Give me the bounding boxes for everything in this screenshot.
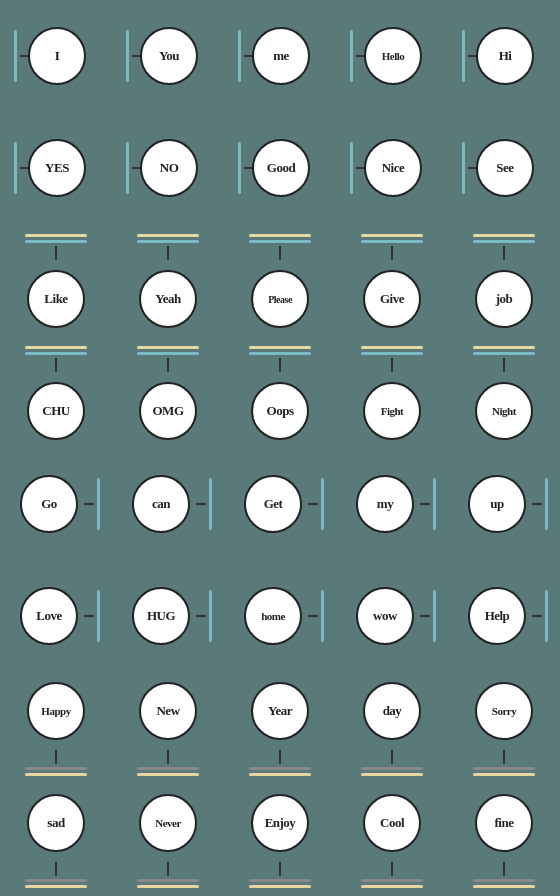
bubble-label: Good [267, 160, 295, 176]
bubble-label: me [273, 48, 289, 64]
list-item[interactable]: home [224, 560, 336, 672]
bubble-label: Yeah [155, 291, 180, 307]
list-item[interactable]: Hello [336, 0, 448, 112]
list-item[interactable]: Never [112, 784, 224, 896]
list-item[interactable]: OMG [112, 336, 224, 448]
bubble-label: Enjoy [265, 815, 296, 831]
bubble-label: Oops [267, 403, 294, 419]
list-item[interactable]: Good [224, 112, 336, 224]
bubble-label: Year [268, 703, 292, 719]
list-item[interactable]: fine [448, 784, 560, 896]
list-item[interactable]: Hi [448, 0, 560, 112]
list-item[interactable]: wow [336, 560, 448, 672]
bubble-label: Help [485, 608, 510, 624]
bubble-label: CHU [42, 403, 69, 419]
list-item[interactable]: Sorry [448, 672, 560, 784]
list-item[interactable]: me [224, 0, 336, 112]
bubble-label: OMG [153, 403, 184, 419]
bubble-label: Night [492, 405, 516, 417]
bubble-label: job [496, 291, 513, 307]
bubble-label: Never [155, 817, 181, 829]
bubble-label: Please [268, 294, 292, 305]
bubble-label: wow [373, 608, 397, 624]
list-item[interactable]: YES [0, 112, 112, 224]
list-item[interactable]: up [448, 448, 560, 560]
list-item[interactable]: Night [448, 336, 560, 448]
bubble-label: You [159, 48, 179, 64]
bubble-label: Happy [41, 705, 70, 717]
bubble-label: fine [495, 815, 514, 831]
list-item[interactable]: Fight [336, 336, 448, 448]
bubble-label: my [377, 496, 393, 512]
list-item[interactable]: Year [224, 672, 336, 784]
bubble-label: NO [160, 160, 179, 176]
bubble-label: Nice [382, 160, 405, 176]
bubble-label: New [156, 703, 179, 719]
bubble-label: Fight [381, 405, 404, 417]
list-item[interactable]: You [112, 0, 224, 112]
list-item[interactable]: Cool [336, 784, 448, 896]
bubble-label: Go [41, 496, 57, 512]
bubble-label: See [496, 160, 513, 176]
list-item[interactable]: Enjoy [224, 784, 336, 896]
list-item[interactable]: CHU [0, 336, 112, 448]
list-item[interactable]: Get [224, 448, 336, 560]
list-item[interactable]: Please [224, 224, 336, 336]
bubble-label: up [490, 496, 503, 512]
bubble-label: can [152, 496, 170, 512]
bubble-label: day [383, 703, 402, 719]
bubble-label: Hello [382, 50, 405, 62]
list-item[interactable]: Happy [0, 672, 112, 784]
list-item[interactable]: Nice [336, 112, 448, 224]
list-item[interactable]: HUG [112, 560, 224, 672]
list-item[interactable]: Oops [224, 336, 336, 448]
list-item[interactable]: Like [0, 224, 112, 336]
list-item[interactable]: job [448, 224, 560, 336]
list-item[interactable]: Give [336, 224, 448, 336]
bubble-label: Get [264, 496, 283, 512]
bubble-label: Hi [499, 48, 512, 64]
list-item[interactable]: See [448, 112, 560, 224]
list-item[interactable]: can [112, 448, 224, 560]
bubble-label: Cool [380, 815, 404, 831]
bubble-label: Like [44, 291, 67, 307]
list-item[interactable]: Go [0, 448, 112, 560]
bubble-label: I [55, 48, 60, 64]
bubble-label: HUG [147, 608, 175, 624]
bubble-label: home [261, 610, 285, 622]
list-item[interactable]: my [336, 448, 448, 560]
emoji-grid: IYoumeHelloHiYESNOGoodNiceSeeLikeYeahPle… [0, 0, 560, 896]
list-item[interactable]: NO [112, 112, 224, 224]
list-item[interactable]: day [336, 672, 448, 784]
bubble-label: Give [380, 291, 404, 307]
list-item[interactable]: sad [0, 784, 112, 896]
bubble-label: sad [47, 815, 64, 831]
bubble-label: Sorry [492, 705, 516, 717]
list-item[interactable]: Help [448, 560, 560, 672]
list-item[interactable]: I [0, 0, 112, 112]
list-item[interactable]: Yeah [112, 224, 224, 336]
bubble-label: Love [36, 608, 61, 624]
list-item[interactable]: Love [0, 560, 112, 672]
list-item[interactable]: New [112, 672, 224, 784]
bubble-label: YES [45, 160, 69, 176]
